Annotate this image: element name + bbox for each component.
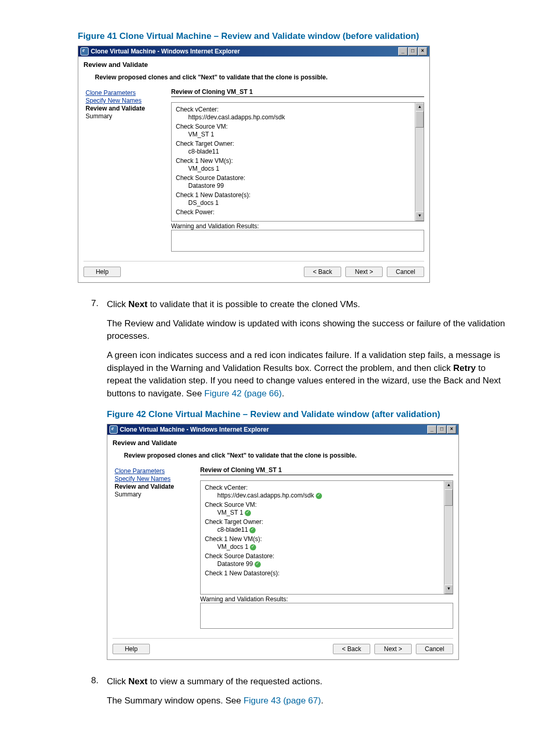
window-title: Clone Virtual Machine - Windows Internet… xyxy=(120,426,269,433)
cancel-button[interactable]: Cancel xyxy=(387,267,424,277)
check-source-ds-value: Datastore 99 xyxy=(188,182,419,189)
step-review-validate: Review and Validate xyxy=(115,483,200,490)
help-button[interactable]: Help xyxy=(83,267,121,277)
cancel-button[interactable]: Cancel xyxy=(416,644,453,654)
check-source-ds-label: Check Source Datastore: xyxy=(176,174,419,182)
success-icon xyxy=(245,510,251,516)
check-new-vms-label: Check 1 New VM(s): xyxy=(205,535,449,543)
warning-results-label: Warning and Validation Results: xyxy=(171,223,424,230)
step-clone-parameters[interactable]: Clone Parameters xyxy=(86,89,171,96)
step-7: 7. Click Next to validate that it is pos… xyxy=(78,298,508,406)
check-source-vm-value: VM_ST 1 xyxy=(217,509,449,516)
review-title: Review of Cloning VM_ST 1 xyxy=(200,466,453,475)
step-8-number: 8. xyxy=(78,675,107,713)
step-summary: Summary xyxy=(86,113,171,120)
check-new-vms-value: VM_docs 1 xyxy=(217,543,449,550)
window-buttons: _ □ × xyxy=(398,47,427,56)
scroll-down-arrow[interactable]: ▼ xyxy=(444,585,453,594)
warning-results-box xyxy=(171,230,424,252)
back-button[interactable]: < Back xyxy=(333,644,370,654)
dialog-heading: Review and Validate xyxy=(83,61,424,68)
review-scroll-box: Check vCenter: https://dev.casl.adapps.h… xyxy=(200,480,453,595)
check-vcenter-value: https://dev.casl.adapps.hp.com/sdk xyxy=(188,114,419,121)
maximize-button[interactable]: □ xyxy=(437,425,446,434)
title-bar: Clone Virtual Machine - Windows Internet… xyxy=(107,424,458,435)
window-buttons: _ □ × xyxy=(427,425,456,434)
close-button[interactable]: × xyxy=(447,425,456,434)
scroll-thumb[interactable] xyxy=(415,111,424,128)
step-specify-new-names[interactable]: Specify New Names xyxy=(86,97,171,104)
maximize-button[interactable]: □ xyxy=(408,47,417,56)
check-new-ds-label: Check 1 New Datastore(s): xyxy=(205,570,449,577)
step-summary: Summary xyxy=(115,491,200,498)
success-icon xyxy=(255,561,261,568)
minimize-button[interactable]: _ xyxy=(427,425,437,434)
warning-results-label: Warning and Validation Results: xyxy=(200,596,453,603)
next-button[interactable]: Next > xyxy=(345,267,383,277)
check-power-label: Check Power: xyxy=(176,209,419,216)
step-8: 8. Click Next to view a summary of the r… xyxy=(78,675,508,713)
back-button[interactable]: < Back xyxy=(304,267,341,277)
step-8-line2: The Summary window opens. See Figure 43 … xyxy=(107,695,508,708)
check-vcenter-value: https://dev.casl.adapps.hp.com/sdk xyxy=(217,492,449,499)
check-vcenter-label: Check vCenter: xyxy=(205,484,449,491)
dialog-instruction: Review proposed clones and click "Next" … xyxy=(95,74,424,81)
step-8-line1: Click Next to view a summary of the requ… xyxy=(107,675,508,688)
check-new-ds-label: Check 1 New Datastore(s): xyxy=(176,191,419,199)
figure-43-link[interactable]: Figure 43 (page 67) xyxy=(244,696,321,706)
check-new-vms-label: Check 1 New VM(s): xyxy=(176,157,419,164)
figure-42-caption: Figure 42 Clone Virtual Machine – Review… xyxy=(107,409,508,420)
check-source-vm-label: Check Source VM: xyxy=(176,123,419,130)
window-title: Clone Virtual Machine - Windows Internet… xyxy=(91,48,240,55)
dialog-heading: Review and Validate xyxy=(113,439,453,447)
check-vcenter-label: Check vCenter: xyxy=(176,106,419,113)
scrollbar[interactable]: ▲ ▼ xyxy=(444,481,453,594)
step-clone-parameters[interactable]: Clone Parameters xyxy=(115,467,200,475)
scrollbar[interactable]: ▲ ▼ xyxy=(415,103,424,221)
check-new-vms-value: VM_docs 1 xyxy=(188,165,419,172)
step-7-line2: The Review and Validate window is update… xyxy=(107,317,508,343)
step-7-number: 7. xyxy=(78,298,107,406)
help-button[interactable]: Help xyxy=(113,644,150,654)
figure-42-dialog: Clone Virtual Machine - Windows Internet… xyxy=(107,424,459,660)
wizard-steps: Clone Parameters Specify New Names Revie… xyxy=(113,466,200,629)
check-source-vm-label: Check Source VM: xyxy=(205,501,449,508)
check-source-ds-label: Check Source Datastore: xyxy=(205,552,449,560)
success-icon xyxy=(250,544,256,550)
check-target-owner-label: Check Target Owner: xyxy=(176,140,419,147)
wizard-steps: Clone Parameters Specify New Names Revie… xyxy=(83,88,171,252)
step-review-validate: Review and Validate xyxy=(86,105,171,112)
figure-42-link[interactable]: Figure 42 (page 66) xyxy=(204,389,282,398)
scroll-down-arrow[interactable]: ▼ xyxy=(415,212,424,221)
success-icon xyxy=(316,493,322,499)
check-new-ds-value: DS_docs 1 xyxy=(188,199,419,206)
review-scroll-box: Check vCenter: https://dev.casl.adapps.h… xyxy=(171,102,424,222)
ie-icon xyxy=(109,425,118,434)
check-target-owner-value: c8-blade11 xyxy=(188,148,419,155)
check-target-owner-label: Check Target Owner: xyxy=(205,518,449,526)
close-button[interactable]: × xyxy=(418,47,427,56)
check-target-owner-value: c8-blade11 xyxy=(217,526,449,533)
scroll-thumb[interactable] xyxy=(444,489,453,506)
check-source-ds-value: Datastore 99 xyxy=(217,560,449,568)
dialog-instruction: Review proposed clones and click "Next" … xyxy=(124,452,453,459)
figure-41-dialog: Clone Virtual Machine - Windows Internet… xyxy=(78,46,430,283)
minimize-button[interactable]: _ xyxy=(398,47,408,56)
step-specify-new-names[interactable]: Specify New Names xyxy=(115,475,200,482)
check-source-vm-value: VM_ST 1 xyxy=(188,131,419,138)
figure-41-caption: Figure 41 Clone Virtual Machine – Review… xyxy=(78,31,508,42)
ie-icon xyxy=(80,47,89,56)
review-title: Review of Cloning VM_ST 1 xyxy=(171,88,424,97)
step-7-line3: A green icon indicates success and a red… xyxy=(107,349,508,400)
title-bar: Clone Virtual Machine - Windows Internet… xyxy=(78,46,429,57)
warning-results-box xyxy=(200,603,453,629)
next-button[interactable]: Next > xyxy=(374,644,412,654)
step-7-line1: Click Next to validate that it is possib… xyxy=(107,298,508,311)
success-icon xyxy=(249,527,256,533)
